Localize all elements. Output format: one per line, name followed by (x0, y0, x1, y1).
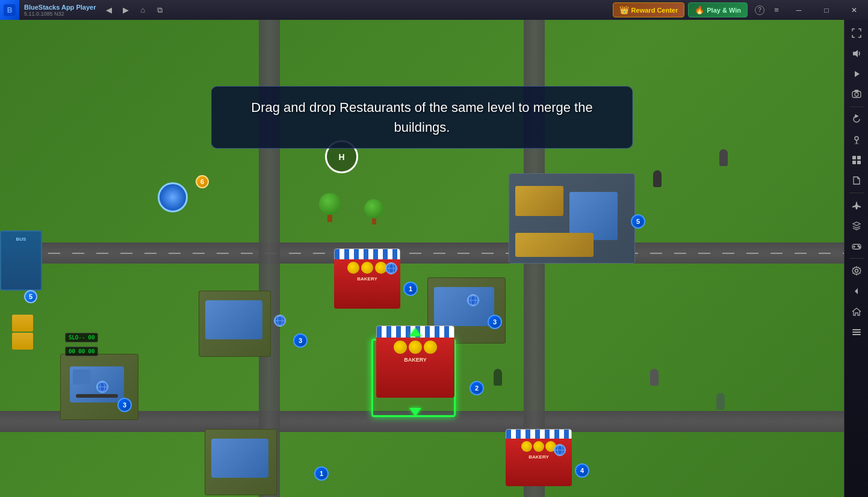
apps-button[interactable] (847, 150, 866, 170)
nav-home-button[interactable]: ⌂ (134, 0, 151, 20)
sidebar-divider-1 (849, 106, 864, 107)
svg-rect-37 (852, 332, 861, 333)
game-viewport[interactable]: JUSTICE LEDGE L... BUS 5 (0, 20, 844, 497)
refresh-button[interactable] (847, 110, 866, 129)
timer-value: 00 00 00 (69, 348, 95, 354)
cargo-boxes-1 (12, 315, 33, 332)
globe-icon-1 (96, 381, 108, 393)
level-badge-6: 6 (196, 175, 209, 188)
num-badge-1-bottom: 1 (314, 466, 329, 481)
app-version: 5.11.0.1085 N32 (24, 11, 96, 17)
bakery-active-sign: BAKERY (376, 357, 454, 363)
construction-site (509, 173, 635, 264)
more-button[interactable] (847, 323, 866, 342)
game-background: JUSTICE LEDGE L... BUS 5 (0, 20, 844, 497)
bakery-active-body: BAKERY (376, 338, 454, 398)
bakery-sign-1: BAKERY (334, 276, 400, 282)
truck-right (434, 287, 494, 326)
road-marking-h1 (0, 253, 844, 254)
arrow-up (409, 328, 421, 336)
globe-icon-br (554, 444, 566, 456)
svg-point-20 (855, 93, 858, 96)
tree-1 (319, 193, 341, 222)
slot-display: SLO-- 00 (65, 333, 98, 342)
location-button[interactable] (847, 130, 866, 149)
merge-arrow-bottom (409, 408, 421, 416)
tree-top-2 (364, 199, 383, 218)
num-badge-3-right: 3 (488, 315, 502, 329)
play-win-label: Play & Win (707, 7, 741, 14)
app-icon: B (0, 0, 19, 20)
character-5 (716, 393, 725, 410)
svg-rect-36 (852, 329, 861, 330)
cargo-boxes-2 (12, 333, 33, 350)
slot-value: SLO-- 00 (69, 335, 95, 341)
bakery-awning-1 (334, 248, 400, 261)
svg-rect-26 (857, 156, 861, 159)
svg-marker-18 (855, 71, 860, 77)
close-button[interactable]: ✕ (840, 0, 868, 20)
airplane-button[interactable] (847, 196, 866, 215)
num-badge-2-active: 2 (470, 381, 484, 395)
back-arrow-button[interactable] (847, 282, 866, 301)
gamepad-button[interactable] (847, 236, 866, 256)
truck-3 (211, 439, 268, 478)
instruction-text: Drag and drop Restaurants of the same le… (231, 97, 613, 137)
svg-rect-21 (855, 90, 858, 91)
globe-icon-right (467, 294, 479, 306)
menu-button[interactable]: ≡ (768, 0, 785, 20)
titlebar: B BlueStacks App Player 5.11.0.1085 N32 … (0, 0, 868, 20)
home-sidebar-button[interactable] (847, 302, 866, 321)
app-logo-area: BlueStacks App Player 5.11.0.1085 N32 (19, 4, 101, 17)
restore-button[interactable]: □ (813, 0, 840, 20)
fullscreen-button[interactable] (847, 23, 866, 43)
play-win-button[interactable]: 🔥 Play & Win (688, 2, 748, 17)
transit-label: BUS (16, 236, 26, 242)
num-badge-3-mid: 3 (293, 333, 308, 348)
level-badge-5-left: 5 (24, 290, 37, 303)
settings-button[interactable] (847, 261, 866, 280)
files-button[interactable] (847, 171, 866, 190)
nav-copy-button[interactable]: ⧉ (151, 0, 168, 20)
svg-rect-27 (852, 161, 856, 164)
equipment-2 (515, 233, 594, 257)
character-3 (494, 369, 502, 386)
sidebar-divider-2 (849, 193, 864, 193)
equipment-1 (515, 186, 563, 216)
volume-button[interactable] (847, 44, 866, 63)
character-1 (653, 170, 662, 187)
sidebar-divider-3 (849, 258, 864, 259)
arrow-down (409, 408, 421, 416)
fountain (158, 182, 188, 212)
character-2 (719, 149, 728, 166)
screenshot-button[interactable] (847, 85, 866, 104)
minimize-button[interactable]: ─ (785, 0, 813, 20)
character-4 (650, 369, 659, 386)
bread-1 (347, 262, 359, 274)
construction-plot-2 (199, 291, 271, 357)
svg-rect-28 (857, 161, 861, 164)
reward-center-button[interactable]: 👑 Reward Center (613, 2, 685, 17)
bakery-1: BAKERY (334, 248, 400, 309)
truck-wheel-1 (76, 394, 118, 398)
truck-cab-1 (73, 369, 91, 384)
nav-forward-button[interactable]: ▶ (117, 0, 134, 20)
bread-2 (361, 262, 373, 274)
right-sidebar (844, 20, 868, 497)
num-badge-3-left: 3 (117, 398, 132, 412)
svg-point-34 (859, 247, 860, 248)
bakery-active-goods (376, 338, 454, 357)
bakery-bottom-right: BAKERY (506, 429, 572, 486)
truck-2 (205, 300, 262, 339)
svg-text:B: B (7, 6, 13, 14)
num-badge-4-br: 4 (575, 463, 589, 478)
svg-rect-38 (852, 334, 861, 335)
help-button[interactable]: ? (751, 0, 768, 20)
help-icon: ? (755, 5, 764, 15)
app-name-main: BlueStacks App Player (24, 4, 96, 11)
reward-center-label: Reward Center (631, 7, 678, 14)
nav-back-button[interactable]: ◀ (101, 0, 117, 20)
record-button[interactable] (847, 64, 866, 84)
layers-button[interactable] (847, 216, 866, 235)
road-horizontal-1 (0, 242, 844, 264)
